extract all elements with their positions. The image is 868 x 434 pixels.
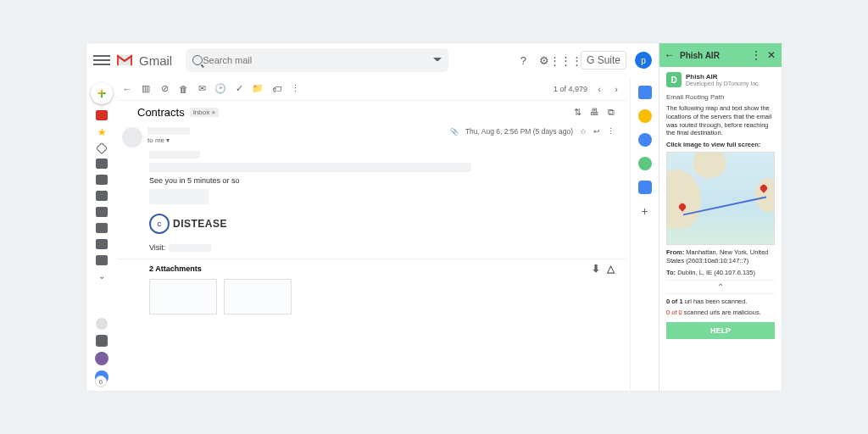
compose-button[interactable]: +	[91, 82, 113, 104]
search-icon	[192, 55, 203, 65]
gsuite-badge: G Suite	[581, 51, 626, 70]
conversation-count-badge: 6	[95, 376, 107, 387]
nav-inbox[interactable]	[96, 110, 108, 120]
nav-starred[interactable]: ★	[97, 126, 107, 138]
addon-close-icon[interactable]: ✕	[766, 50, 776, 60]
nav-label[interactable]	[96, 255, 108, 265]
hangouts-icon[interactable]	[96, 318, 108, 330]
more-icon[interactable]: ⋮	[607, 127, 615, 136]
snooze-icon[interactable]: 🕑	[215, 84, 225, 94]
help-button[interactable]: HELP	[666, 322, 775, 339]
search-input[interactable]	[186, 48, 448, 72]
reply-icon[interactable]: ↩	[593, 127, 600, 136]
search-options-icon[interactable]	[433, 56, 442, 64]
visit-link-redacted	[169, 244, 211, 252]
nav-label[interactable]	[96, 159, 108, 169]
attachments-title: 2 Attachments	[149, 264, 202, 273]
phishair-addon-icon[interactable]	[638, 157, 652, 170]
phone-icon[interactable]	[95, 352, 108, 365]
section-desc: The following map and text show the loca…	[666, 104, 775, 137]
addon-app-name: Phish AIR	[686, 73, 760, 81]
nav-label[interactable]	[96, 223, 108, 233]
contacts-addon-icon[interactable]	[638, 181, 652, 194]
attachment-thumb[interactable]	[149, 279, 217, 314]
apps-icon[interactable]: ⋮⋮⋮	[559, 54, 572, 67]
visit-label: Visit:	[149, 243, 165, 252]
sender-avatar	[122, 127, 142, 147]
nav-more[interactable]: ⌄	[98, 271, 105, 281]
attachment-thumb[interactable]	[224, 279, 292, 314]
route-to: To: Dublin, L, IE (40.107.6.135)	[666, 269, 775, 277]
keep-addon-icon[interactable]	[638, 109, 652, 123]
gmail-logo-icon	[115, 53, 134, 67]
collapse-icon[interactable]: ⇅	[574, 107, 581, 118]
download-all-icon[interactable]: ⬇	[592, 263, 600, 275]
collapse-icon[interactable]: ⌃	[666, 280, 775, 294]
body-redacted	[149, 151, 200, 159]
print-icon[interactable]: 🖶	[590, 107, 599, 118]
addon-menu-icon[interactable]: ⋮	[751, 50, 761, 60]
body-redacted	[149, 163, 471, 172]
task-icon[interactable]: ✓	[234, 84, 244, 94]
next-icon[interactable]: ›	[611, 84, 621, 94]
sender-name	[147, 127, 190, 135]
body-redacted	[149, 189, 209, 204]
message-count: 1 of 4,979	[554, 85, 587, 93]
prev-icon[interactable]: ‹	[594, 84, 604, 94]
tasks-addon-icon[interactable]	[638, 133, 652, 147]
label-icon[interactable]: 🏷	[271, 84, 281, 94]
inbox-label[interactable]: Inbox ×	[190, 108, 219, 117]
brand-text: Gmail	[139, 53, 172, 68]
help-icon[interactable]: ?	[517, 54, 530, 67]
back-icon[interactable]: ←	[122, 84, 132, 94]
addon-developer: Developed by DTonomy Inc.	[686, 81, 760, 86]
popout-icon[interactable]: ⧉	[608, 107, 615, 118]
scan-status: 0 of 1 url has been scanned.	[666, 298, 775, 305]
body-text: See you in 5 minutes or so	[149, 176, 615, 185]
message-date: Thu, Aug 6, 2:56 PM (5 days ago)	[465, 127, 573, 136]
unread-icon[interactable]: ✉	[197, 84, 207, 94]
star-icon[interactable]: ☆	[580, 127, 587, 136]
nav-label[interactable]	[96, 191, 108, 201]
scan-malicious: 0 of 0 scanned urls are malicious.	[666, 309, 775, 316]
nav-label[interactable]	[96, 175, 108, 185]
menu-button[interactable]	[93, 55, 110, 65]
section-title: Email Routing Path	[666, 93, 775, 101]
search-field[interactable]	[203, 55, 433, 65]
subject-text: Contracts	[137, 106, 185, 119]
distease-logo-icon: C	[149, 214, 170, 234]
archive-icon[interactable]: ▥	[141, 84, 151, 94]
account-avatar[interactable]: p	[635, 52, 652, 69]
nav-sent[interactable]	[96, 142, 108, 154]
distease-logo-text: DISTEASE	[173, 218, 227, 230]
addon-back-icon[interactable]: ←	[665, 50, 675, 60]
nav-label[interactable]	[96, 239, 108, 249]
move-icon[interactable]: 📁	[253, 84, 263, 94]
addon-app-logo-icon: D	[666, 72, 682, 87]
save-drive-icon[interactable]: △	[607, 263, 615, 275]
spam-icon[interactable]: ⊘	[159, 84, 170, 94]
chat-icon[interactable]	[96, 335, 108, 347]
nav-label[interactable]	[96, 207, 108, 217]
delete-icon[interactable]: 🗑	[178, 84, 188, 94]
calendar-addon-icon[interactable]	[638, 86, 652, 99]
routing-map[interactable]	[666, 152, 775, 245]
to-line[interactable]: to me ▾	[147, 136, 190, 144]
addon-title: Phish AIR	[680, 51, 746, 60]
more-icon[interactable]: ⋮	[290, 84, 300, 94]
attachment-indicator-icon: 📎	[450, 128, 459, 136]
route-from: From: Manhattan, New York, United States…	[666, 248, 775, 265]
map-prompt: Click image to view full screen:	[666, 141, 775, 148]
get-addons-icon[interactable]: +	[641, 204, 648, 218]
